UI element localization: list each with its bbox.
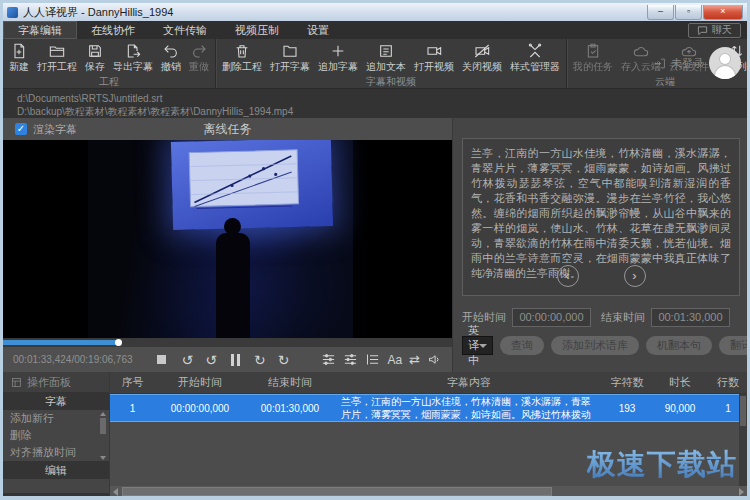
section-subtitle[interactable]: 字幕	[3, 392, 109, 410]
save-icon	[87, 43, 103, 59]
chat-bubble-icon	[697, 25, 708, 36]
style-manager-button[interactable]: 样式管理器	[506, 41, 564, 74]
align-playback-time-item[interactable]: 对齐播放时间	[3, 444, 109, 461]
delete-project-button[interactable]: 删除工程	[218, 41, 266, 74]
col-content[interactable]: 字幕内容	[335, 375, 603, 390]
end-time-label: 结束时间	[601, 310, 645, 325]
stop-button[interactable]	[157, 355, 166, 364]
ops-scrollbar[interactable]	[99, 412, 107, 460]
translate-actions-row: 英译中 查询 添加到术语库 机翻本句 翻译完成	[462, 336, 742, 355]
add-new-line-item[interactable]: 添加新行	[3, 410, 109, 427]
login-area[interactable]: 未登录	[653, 47, 741, 79]
machine-translate-button[interactable]: 机翻本句	[646, 336, 712, 355]
plus-icon	[330, 43, 346, 59]
next-subtitle-button[interactable]: ›	[624, 265, 646, 287]
undo-button[interactable]: 撤销	[157, 41, 185, 74]
menu-online-collab[interactable]: 在线协作	[77, 21, 149, 39]
scroll-left-icon[interactable]	[113, 488, 118, 496]
login-icon	[653, 57, 666, 70]
menu-video-encode[interactable]: 视频压制	[221, 21, 293, 39]
seek-bar-knob[interactable]	[115, 339, 122, 346]
window-title: 人人译视界 - DannyHillis_1994	[23, 5, 173, 20]
subtitle-text-box[interactable]: 兰亭，江南的一方山水佳境，竹林清幽，溪水潺潺，青翠片片，薄雾冥冥，烟雨蒙蒙，如诗…	[462, 138, 740, 296]
section-tools[interactable]: 工具	[3, 493, 109, 500]
col-index[interactable]: 序号	[110, 375, 155, 390]
save-button[interactable]: 保存	[81, 41, 109, 74]
open-video-button[interactable]: 打开视频	[410, 41, 458, 74]
panel-icon	[11, 377, 22, 388]
start-time-input[interactable]: 00:00:00,000	[512, 308, 591, 327]
col-duration[interactable]: 时长	[651, 375, 709, 390]
table-vertical-scrollbar[interactable]	[739, 394, 747, 486]
new-file-icon	[11, 43, 27, 59]
export-subtitle-button[interactable]: 导出字幕	[109, 41, 157, 74]
query-button[interactable]: 查询	[500, 336, 544, 355]
operations-panel-header[interactable]: 操作面板	[3, 372, 109, 392]
table-row[interactable]: 1 00:00:00,000 00:01:30,000 兰亭，江南的一方山水佳境…	[110, 394, 747, 422]
loop-mode-button[interactable]: ⇄	[409, 352, 420, 367]
forward-5s-button[interactable]: ↻	[278, 353, 290, 367]
menu-subtitle-edit[interactable]: 字幕编辑	[3, 21, 77, 39]
menu-settings[interactable]: 设置	[293, 21, 343, 39]
maximize-button[interactable]: ▫	[675, 5, 702, 20]
bottom-area: 操作面板 字幕 添加新行 删除 对齐播放时间 编辑 工具 序号 开始时间 结束时…	[3, 372, 747, 497]
seek-bar-fill	[3, 340, 118, 345]
translation-panel: 兰亭，江南的一方山水佳境，竹林清幽，溪水潺潺，青翠片片，薄雾冥冥，烟雨蒙蒙，如诗…	[452, 118, 747, 372]
close-video-button[interactable]: 关闭视频	[458, 41, 506, 74]
render-subtitle-checkbox[interactable]: ✓	[15, 123, 27, 135]
subtitle-file-path: d:\Documents\RRTSJ\untitled.srt	[17, 92, 747, 105]
translate-done-button[interactable]: 翻译完成	[719, 336, 750, 355]
open-project-button[interactable]: 打开工程	[33, 41, 81, 74]
language-direction-select[interactable]: 英译中	[462, 336, 493, 355]
end-time-input[interactable]: 00:01:30,000	[651, 308, 730, 327]
login-status-label: 未登录	[671, 56, 704, 71]
append-text-button[interactable]: 追加文本	[362, 41, 410, 74]
font-size-button[interactable]: Aa	[387, 353, 402, 367]
prev-subtitle-button[interactable]: ‹	[557, 265, 579, 287]
playback-controls: 00:01:33,424/00:19:06,763 ↺ ↺ ↻ ↻ Aa ⇄	[3, 347, 452, 372]
close-button[interactable]: ×	[703, 5, 743, 20]
pause-button[interactable]	[231, 354, 240, 366]
forward-1s-button[interactable]: ↻	[254, 353, 266, 367]
playlist-icon[interactable]	[365, 352, 380, 367]
scroll-up-icon[interactable]	[100, 412, 106, 416]
video-file-path: D:\backup\教程素材\教程素材\教程素材\DannyHillis_199…	[17, 105, 747, 118]
table-horizontal-scrollbar[interactable]	[110, 486, 747, 497]
add-to-termbase-button[interactable]: 添加到术语库	[551, 336, 639, 355]
rewind-1s-button[interactable]: ↺	[205, 353, 217, 367]
track-settings-icon[interactable]	[343, 352, 358, 367]
minimize-button[interactable]: –	[647, 5, 674, 20]
user-avatar[interactable]	[709, 47, 741, 79]
col-start[interactable]: 开始时间	[155, 375, 245, 390]
title-bar[interactable]: 人人译视界 - DannyHillis_1994 – ▫ ×	[3, 3, 747, 21]
my-tasks-button[interactable]: 我的任务	[569, 41, 617, 74]
col-end[interactable]: 结束时间	[245, 375, 335, 390]
seek-bar[interactable]	[3, 338, 452, 347]
cloud-upload-icon	[633, 43, 649, 59]
redo-button[interactable]: 重做	[185, 41, 213, 74]
undo-icon	[163, 43, 179, 59]
video-viewport[interactable]	[3, 140, 452, 338]
trash-icon	[234, 43, 250, 59]
new-project-button[interactable]: 新建	[5, 41, 33, 74]
append-subtitle-button[interactable]: 追加字幕	[314, 41, 362, 74]
scroll-right-icon[interactable]	[739, 488, 744, 496]
open-subtitle-button[interactable]: 打开字幕	[266, 41, 314, 74]
subtitle-actions-list: 添加新行 删除 对齐播放时间	[3, 410, 109, 461]
video-camera-icon	[426, 43, 442, 59]
subtitle-table: 序号 开始时间 结束时间 字幕内容 字符数 时长 行数 1 00:00:00,0…	[110, 372, 747, 497]
chat-button[interactable]: 聊天	[688, 23, 741, 38]
col-chars[interactable]: 字符数	[603, 375, 651, 390]
rewind-5s-button[interactable]: ↺	[182, 353, 194, 367]
subtitle-settings-icon[interactable]	[321, 352, 336, 367]
text-doc-icon	[378, 43, 394, 59]
menu-file-transfer[interactable]: 文件传输	[149, 21, 221, 39]
scroll-down-icon[interactable]	[100, 456, 106, 460]
section-edit[interactable]: 编辑	[3, 461, 109, 479]
hscroll-thumb[interactable]	[122, 487, 552, 496]
video-header-bar: ✓ 渲染字幕 离线任务	[3, 118, 452, 140]
redo-icon	[191, 43, 207, 59]
delete-item[interactable]: 删除	[3, 427, 109, 444]
volume-icon[interactable]	[427, 352, 442, 367]
col-lines[interactable]: 行数	[709, 375, 747, 390]
